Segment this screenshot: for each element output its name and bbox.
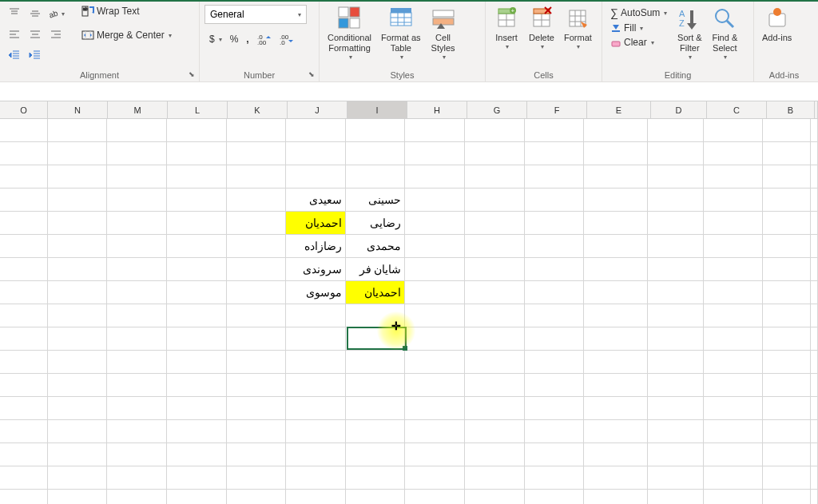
cell-I16[interactable] <box>346 466 406 490</box>
cell-J11[interactable] <box>286 351 346 374</box>
cell-F13[interactable] <box>525 397 585 420</box>
cell-I2[interactable] <box>346 142 406 165</box>
cell-N15[interactable] <box>48 443 108 466</box>
cell-G17[interactable] <box>465 490 525 504</box>
cell-D15[interactable] <box>648 443 704 466</box>
comma-button[interactable]: , <box>243 32 252 46</box>
cell-M16[interactable] <box>107 466 167 490</box>
col-header-L[interactable]: L <box>168 101 228 118</box>
conditional-formatting-button[interactable]: ConditionalFormatting <box>324 3 375 63</box>
cell-L14[interactable] <box>167 420 227 443</box>
cell-L1[interactable] <box>167 119 227 142</box>
cell-E12[interactable] <box>584 374 648 397</box>
cell-E6[interactable] <box>584 235 648 258</box>
col-header-F[interactable]: F <box>527 101 587 118</box>
cell-H6[interactable] <box>405 235 465 258</box>
cell-G14[interactable] <box>465 420 525 443</box>
cell-G12[interactable] <box>465 374 525 397</box>
increase-decimal-icon[interactable]: .0.00 <box>254 31 275 47</box>
cell-O2[interactable] <box>0 142 48 165</box>
cell-K8[interactable] <box>227 281 287 304</box>
cell-D17[interactable] <box>648 490 704 504</box>
cell-H10[interactable] <box>405 327 465 351</box>
cell-tail[interactable] <box>811 235 818 258</box>
cell-J3[interactable] <box>286 165 346 189</box>
cell-M8[interactable] <box>107 281 167 304</box>
cell-O4[interactable] <box>0 189 48 212</box>
cell-O14[interactable] <box>0 420 48 443</box>
cell-H7[interactable] <box>405 258 465 281</box>
cell-F8[interactable] <box>525 281 585 304</box>
cell-I15[interactable] <box>346 443 406 466</box>
cell-tail[interactable] <box>811 258 818 281</box>
cell-O7[interactable] <box>0 258 48 281</box>
cell-J10[interactable] <box>286 327 346 351</box>
cell-B15[interactable] <box>763 443 811 466</box>
align-center-icon[interactable] <box>26 26 45 43</box>
cell-tail[interactable] <box>811 420 818 443</box>
cell-K11[interactable] <box>227 351 287 374</box>
cell-tail[interactable] <box>811 212 818 235</box>
cell-L13[interactable] <box>167 397 227 420</box>
cell-H11[interactable] <box>405 351 465 374</box>
cell-B2[interactable] <box>763 142 811 165</box>
cell-F3[interactable] <box>525 165 585 189</box>
cell-H8[interactable] <box>405 281 465 304</box>
cell-J1[interactable] <box>286 119 346 142</box>
col-header-E[interactable]: E <box>587 101 651 118</box>
cell-H5[interactable] <box>405 212 465 235</box>
percent-button[interactable]: % <box>227 32 242 46</box>
cell-K1[interactable] <box>227 119 287 142</box>
cell-M3[interactable] <box>107 165 167 189</box>
cell-I11[interactable] <box>346 351 406 374</box>
cell-N1[interactable] <box>48 119 108 142</box>
cell-F5[interactable] <box>525 212 585 235</box>
cell-D6[interactable] <box>648 235 704 258</box>
format-button[interactable]: Format <box>561 3 595 53</box>
cell-J13[interactable] <box>286 397 346 420</box>
cell-E4[interactable] <box>584 189 648 212</box>
cell-O1[interactable] <box>0 119 48 142</box>
cell-tail[interactable] <box>811 327 818 351</box>
cell-I13[interactable] <box>346 397 406 420</box>
cell-D12[interactable] <box>648 374 704 397</box>
cell-G1[interactable] <box>465 119 525 142</box>
cell-tail[interactable] <box>811 466 818 490</box>
cell-K16[interactable] <box>227 466 287 490</box>
cell-L6[interactable] <box>167 235 227 258</box>
cell-N10[interactable] <box>48 327 108 351</box>
cell-F6[interactable] <box>525 235 585 258</box>
cell-F11[interactable] <box>525 351 585 374</box>
cell-O3[interactable] <box>0 165 48 189</box>
cell-E7[interactable] <box>584 258 648 281</box>
cell-L7[interactable] <box>167 258 227 281</box>
cell-M9[interactable] <box>107 304 167 327</box>
cell-H14[interactable] <box>405 420 465 443</box>
cell-C11[interactable] <box>704 351 764 374</box>
cell-O15[interactable] <box>0 443 48 466</box>
col-header-C[interactable]: C <box>707 101 767 118</box>
col-header-N[interactable]: N <box>48 101 108 118</box>
cell-M15[interactable] <box>107 443 167 466</box>
cell-D1[interactable] <box>648 119 704 142</box>
cell-E5[interactable] <box>584 212 648 235</box>
cell-tail[interactable] <box>811 119 818 142</box>
cell-G5[interactable] <box>465 212 525 235</box>
cell-I8[interactable]: احمدیان <box>346 281 406 304</box>
cell-E16[interactable] <box>584 466 648 490</box>
col-header-D[interactable]: D <box>651 101 707 118</box>
cell-M12[interactable] <box>107 374 167 397</box>
col-header-M[interactable]: M <box>108 101 168 118</box>
cell-L8[interactable] <box>167 281 227 304</box>
cell-N6[interactable] <box>48 235 108 258</box>
cell-L10[interactable] <box>167 327 227 351</box>
cell-G10[interactable] <box>465 327 525 351</box>
cell-O11[interactable] <box>0 351 48 374</box>
cell-D3[interactable] <box>648 165 704 189</box>
find-select-button[interactable]: Find &Select <box>709 3 741 63</box>
cell-B5[interactable] <box>763 212 811 235</box>
cell-B4[interactable] <box>763 189 811 212</box>
col-header-H[interactable]: H <box>407 101 467 118</box>
cell-C3[interactable] <box>704 165 764 189</box>
cell-I6[interactable]: محمدی <box>346 235 406 258</box>
